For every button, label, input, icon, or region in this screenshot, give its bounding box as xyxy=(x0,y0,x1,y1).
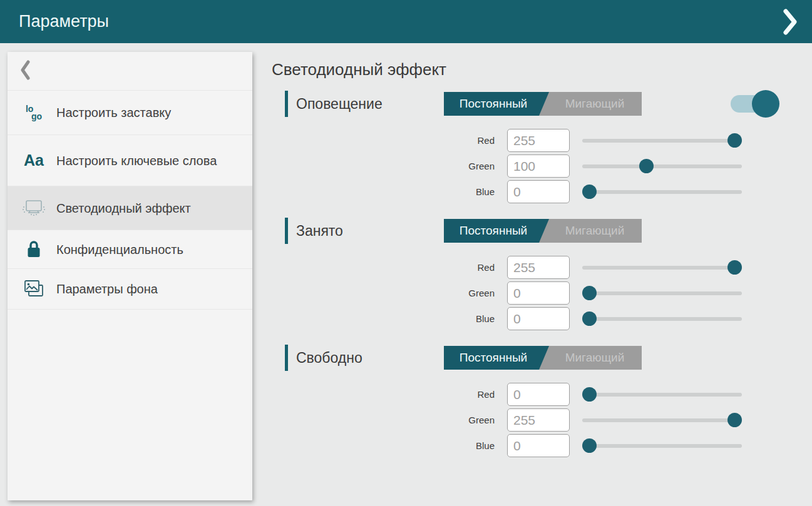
green-slider[interactable] xyxy=(582,408,742,432)
slider-track[interactable] xyxy=(582,418,742,422)
green-slider-knob[interactable] xyxy=(727,413,742,427)
green-value-input[interactable] xyxy=(507,281,570,305)
slider-track[interactable] xyxy=(582,291,742,295)
blue-label: Blue xyxy=(285,440,495,451)
green-value-input[interactable] xyxy=(507,408,570,432)
section-title: Оповещение xyxy=(296,96,444,113)
red-label: Red xyxy=(285,262,495,273)
green-slider[interactable] xyxy=(582,154,742,178)
slider-track[interactable] xyxy=(582,139,742,143)
blue-value-input[interactable] xyxy=(507,307,570,330)
section-alert: Оповещение Постоянный Мигающий Red xyxy=(285,90,812,203)
section-accent-bar xyxy=(285,345,288,371)
led-effect-panel: Светодиодный эффект Оповещение Постоянны… xyxy=(252,43,812,506)
chevron-left-icon xyxy=(20,60,31,83)
sidebar-item-label: Светодиодный эффект xyxy=(56,200,191,216)
red-value-input[interactable] xyxy=(507,256,570,279)
page-title: Параметры xyxy=(19,12,109,31)
blue-slider-knob[interactable] xyxy=(582,185,597,199)
green-slider-knob[interactable] xyxy=(639,159,654,173)
mode-toggle-group: Постоянный Мигающий xyxy=(444,92,642,116)
blue-label: Blue xyxy=(285,186,495,197)
mode-blinking-button[interactable]: Мигающий xyxy=(539,92,642,116)
red-label: Red xyxy=(285,389,495,400)
sidebar-item-keywords[interactable]: Aa Настроить ключевые слова xyxy=(8,135,252,186)
settings-sidebar: logo Настроить заставку Aa Настроить клю… xyxy=(8,52,252,500)
green-label: Green xyxy=(285,161,495,171)
background-images-icon xyxy=(20,279,48,299)
blue-slider-knob[interactable] xyxy=(582,438,597,453)
sidebar-item-led-effect[interactable]: Светодиодный эффект xyxy=(8,186,252,230)
blue-slider-knob[interactable] xyxy=(582,311,597,326)
lock-icon xyxy=(20,240,48,259)
red-value-input[interactable] xyxy=(507,383,570,406)
blue-label: Blue xyxy=(285,313,495,324)
section-accent-bar xyxy=(285,91,288,117)
top-bar: Параметры xyxy=(0,0,812,43)
slider-track[interactable] xyxy=(582,444,742,448)
slider-track[interactable] xyxy=(582,266,742,270)
sidebar-item-label: Параметры фона xyxy=(56,281,158,297)
red-slider[interactable] xyxy=(582,256,742,279)
blue-slider[interactable] xyxy=(582,307,742,330)
sidebar-item-splash-screen[interactable]: logo Настроить заставку xyxy=(8,91,252,135)
led-display-icon xyxy=(20,198,48,218)
sidebar-item-label: Конфиденциальность xyxy=(56,241,183,258)
slider-track[interactable] xyxy=(582,190,742,194)
mode-blinking-button[interactable]: Мигающий xyxy=(539,219,642,243)
chevron-right-icon[interactable] xyxy=(779,8,801,36)
sidebar-item-label: Настроить ключевые слова xyxy=(56,153,217,169)
red-label: Red xyxy=(285,135,495,146)
sidebar-item-background[interactable]: Параметры фона xyxy=(8,269,252,310)
sidebar-back-button[interactable] xyxy=(8,52,252,91)
slider-track[interactable] xyxy=(582,164,742,168)
switch-thumb xyxy=(752,90,779,118)
font-aa-icon: Aa xyxy=(20,151,48,170)
green-slider-knob[interactable] xyxy=(582,286,597,300)
blue-value-input[interactable] xyxy=(507,180,570,203)
mode-steady-button[interactable]: Постоянный xyxy=(444,346,552,370)
led-toggle-switch[interactable] xyxy=(731,95,766,113)
green-label: Green xyxy=(285,415,495,425)
slider-track[interactable] xyxy=(582,317,742,321)
green-label: Green xyxy=(285,288,495,298)
mode-blinking-button[interactable]: Мигающий xyxy=(539,346,642,370)
section-free: Свободно Постоянный Мигающий Red xyxy=(285,344,812,457)
section-accent-bar xyxy=(285,218,288,244)
mode-steady-button[interactable]: Постоянный xyxy=(444,92,552,116)
mode-toggle-group: Постоянный Мигающий xyxy=(444,219,642,243)
mode-steady-button[interactable]: Постоянный xyxy=(444,219,552,243)
logo-icon: logo xyxy=(20,105,48,120)
red-slider-knob[interactable] xyxy=(727,260,742,275)
slider-track[interactable] xyxy=(582,393,742,397)
blue-value-input[interactable] xyxy=(507,434,570,457)
red-value-input[interactable] xyxy=(507,129,570,152)
section-title: Занято xyxy=(296,223,444,240)
red-slider-knob[interactable] xyxy=(727,133,742,148)
green-value-input[interactable] xyxy=(507,154,570,178)
section-busy: Занято Постоянный Мигающий Red Gr xyxy=(285,217,812,330)
sidebar-item-label: Настроить заставку xyxy=(56,104,171,121)
mode-toggle-group: Постоянный Мигающий xyxy=(444,346,642,370)
blue-slider[interactable] xyxy=(582,434,742,457)
red-slider-knob[interactable] xyxy=(582,387,597,402)
green-slider[interactable] xyxy=(582,281,742,305)
content-title: Светодиодный эффект xyxy=(272,60,812,79)
sidebar-item-privacy[interactable]: Конфиденциальность xyxy=(8,230,252,269)
red-slider[interactable] xyxy=(582,383,742,406)
red-slider[interactable] xyxy=(582,129,742,152)
section-title: Свободно xyxy=(296,350,444,367)
blue-slider[interactable] xyxy=(582,180,742,203)
